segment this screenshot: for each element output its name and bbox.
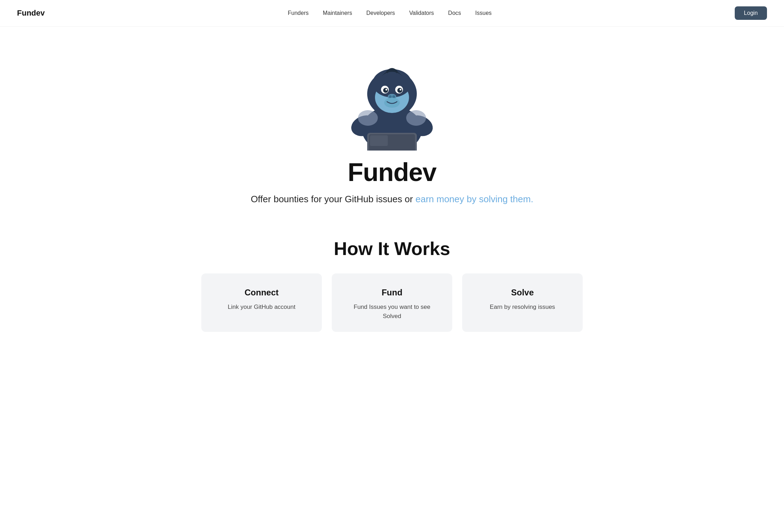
hero-title: Fundev: [348, 158, 436, 187]
svg-point-18: [392, 95, 395, 98]
cards-row: Connect Link your GitHub account Fund Fu…: [9, 273, 775, 332]
card-solve-desc: Earn by resolving issues: [475, 302, 570, 312]
svg-point-17: [389, 95, 392, 98]
nav-logo[interactable]: Fundev: [17, 9, 45, 18]
nav-link-developers[interactable]: Developers: [366, 10, 395, 16]
svg-point-4: [406, 110, 426, 126]
svg-point-3: [358, 110, 378, 126]
card-solve: Solve Earn by resolving issues: [462, 273, 583, 332]
nav-link-funders[interactable]: Funders: [288, 10, 309, 16]
svg-point-12: [383, 88, 388, 93]
nav-link-maintainers[interactable]: Maintainers: [323, 10, 352, 16]
svg-point-15: [400, 89, 402, 91]
nav-links: Funders Maintainers Developers Validator…: [288, 10, 492, 16]
how-it-works-title: How It Works: [9, 238, 775, 259]
navbar: Fundev Funders Maintainers Developers Va…: [0, 0, 784, 27]
card-connect: Connect Link your GitHub account: [201, 273, 322, 332]
hero-subtitle-plain: Offer bounties for your GitHub issues or: [251, 194, 415, 204]
card-fund: Fund Fund Issues you want to see Solved: [332, 273, 452, 332]
card-connect-title: Connect: [214, 288, 309, 298]
card-fund-desc: Fund Issues you want to see Solved: [345, 302, 439, 321]
card-fund-title: Fund: [345, 288, 439, 298]
how-it-works-section: How It Works Connect Link your GitHub ac…: [0, 220, 784, 346]
hero-subtitle: Offer bounties for your GitHub issues or…: [251, 192, 533, 206]
svg-point-14: [386, 89, 387, 91]
hero-section: Fundev Offer bounties for your GitHub is…: [0, 27, 784, 220]
svg-point-19: [384, 98, 400, 108]
nav-link-validators[interactable]: Validators: [409, 10, 434, 16]
hero-subtitle-link[interactable]: earn money by solving them.: [415, 194, 533, 204]
svg-rect-22: [370, 135, 388, 146]
gorilla-mascot: [342, 48, 442, 151]
nav-link-issues[interactable]: Issues: [475, 10, 492, 16]
card-solve-title: Solve: [475, 288, 570, 298]
nav-link-docs[interactable]: Docs: [448, 10, 461, 16]
svg-point-13: [397, 88, 402, 93]
login-button[interactable]: Login: [735, 6, 767, 20]
card-connect-desc: Link your GitHub account: [214, 302, 309, 312]
